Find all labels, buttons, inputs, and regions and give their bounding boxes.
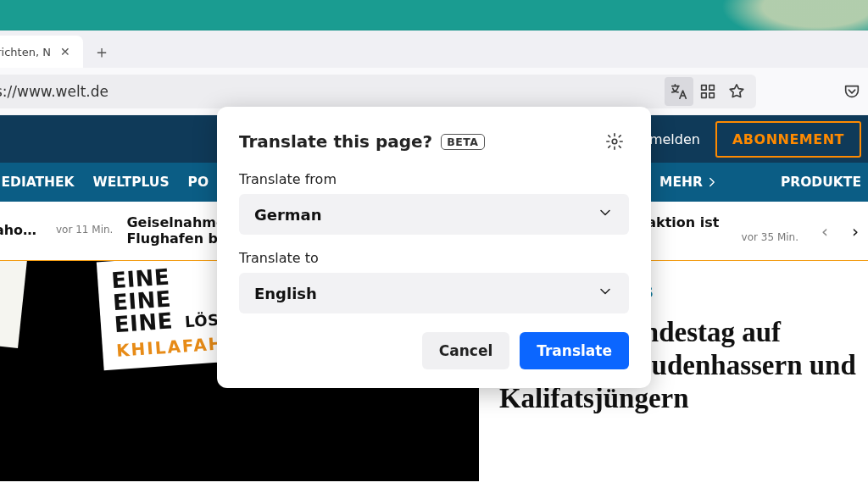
select-value: German bbox=[254, 206, 322, 224]
url-bar[interactable]: s://www.welt.de bbox=[0, 75, 756, 108]
nav-more[interactable]: MEHR bbox=[659, 175, 720, 190]
cancel-button[interactable]: Cancel bbox=[422, 332, 509, 369]
browser-tab[interactable]: hrichten, N ✕ bbox=[0, 36, 83, 68]
pocket-icon[interactable] bbox=[837, 77, 866, 106]
nav-item[interactable]: PO bbox=[188, 175, 209, 190]
translate-dialog: Translate this page? BETA Translate from… bbox=[217, 107, 651, 388]
svg-point-5 bbox=[612, 139, 617, 144]
nav-item[interactable]: PRODUKTE bbox=[781, 175, 861, 190]
tab-title: hrichten, N bbox=[0, 46, 51, 58]
ticker-time: vor 35 Min. bbox=[742, 231, 798, 243]
new-tab-button[interactable]: ＋ bbox=[88, 38, 115, 65]
nav-more-label: MEHR bbox=[659, 175, 703, 190]
url-text: s://www.welt.de bbox=[0, 83, 665, 100]
tab-strip: hrichten, N ✕ ＋ bbox=[0, 30, 868, 68]
from-label: Translate from bbox=[239, 171, 629, 187]
close-icon[interactable]: ✕ bbox=[58, 44, 73, 59]
beta-badge: BETA bbox=[441, 134, 484, 150]
gear-icon[interactable] bbox=[600, 127, 629, 156]
subscribe-button[interactable]: ABONNEMENT bbox=[715, 121, 861, 158]
ticker-time: vor 11 Min. bbox=[56, 224, 113, 236]
svg-rect-0 bbox=[702, 85, 707, 90]
chevron-down-icon bbox=[597, 283, 614, 303]
select-value: English bbox=[254, 285, 317, 302]
translate-from-select[interactable]: German bbox=[239, 194, 629, 235]
translate-to-select[interactable]: English bbox=[239, 273, 629, 313]
chevron-down-icon bbox=[597, 204, 614, 225]
svg-rect-1 bbox=[709, 85, 715, 90]
svg-rect-3 bbox=[709, 92, 715, 97]
nav-item[interactable]: MEDIATHEK bbox=[0, 175, 75, 190]
translate-button[interactable]: Translate bbox=[520, 332, 629, 369]
ticker-next-icon[interactable]: › bbox=[843, 219, 868, 244]
nav-item[interactable]: WELTPLUS bbox=[93, 175, 170, 190]
to-label: Translate to bbox=[239, 250, 629, 266]
placard-line: EINE bbox=[114, 309, 174, 336]
ticker-prev-icon[interactable]: ‹ bbox=[812, 219, 837, 244]
bookmark-star-icon[interactable] bbox=[722, 77, 751, 106]
svg-rect-2 bbox=[702, 92, 707, 97]
dialog-title: Translate this page? bbox=[239, 131, 432, 152]
translate-icon[interactable] bbox=[665, 77, 693, 106]
ticker-title[interactable]: Mahomes bbox=[0, 223, 49, 238]
reader-view-icon[interactable] bbox=[693, 77, 722, 106]
